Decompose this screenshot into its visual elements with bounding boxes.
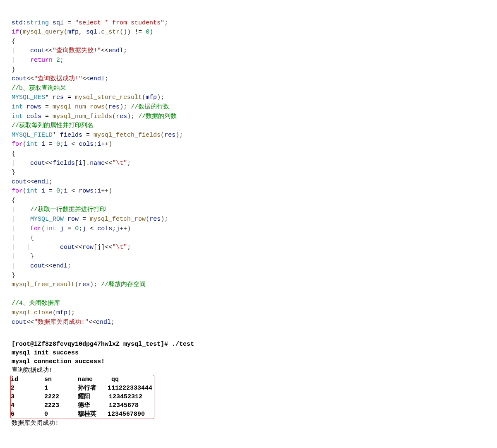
- terminal-line: 查询数据成功!: [12, 367, 53, 374]
- table-row: 2 1 孙行者 111222333444: [11, 385, 152, 392]
- result-table: id sn name qq 2 1 孙行者 111222333444 3 222…: [10, 375, 154, 419]
- terminal-line: mysql connection success!: [12, 358, 105, 365]
- code-block: std:string sql = "select * from students…: [12, 9, 485, 327]
- terminal-line: mysql init success: [12, 349, 79, 356]
- terminal-output: [root@iZf8z8fcvqy10dpg47hwlxZ mysql_test…: [12, 331, 485, 428]
- table-header: id sn name qq: [11, 376, 119, 383]
- table-row: 3 2222 耀阳 123452312: [11, 393, 142, 400]
- terminal-prompt: [root@iZf8z8fcvqy10dpg47hwlxZ mysql_test…: [12, 341, 194, 348]
- terminal-line: 数据库关闭成功!: [12, 420, 59, 427]
- table-row: 4 2223 德华 12345678: [11, 402, 139, 409]
- table-row: 6 0 穆桂英 1234567890: [11, 411, 145, 418]
